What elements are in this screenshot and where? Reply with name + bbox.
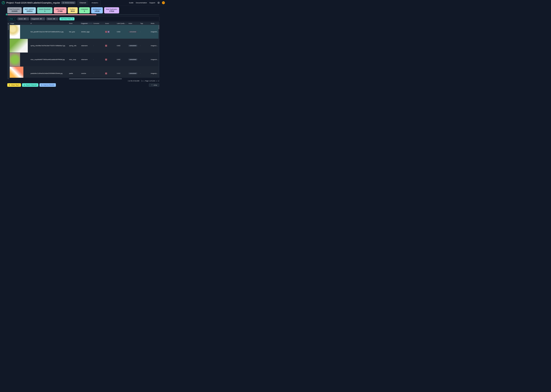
pagination-next[interactable]: ▸ bbox=[156, 80, 157, 82]
tab-cleanset[interactable]: Cleanset bbox=[77, 0, 88, 5]
chevron-down-icon bbox=[42, 18, 44, 20]
stat-label: Ambiguous: bbox=[93, 8, 101, 10]
col-corrected[interactable]: Corrected bbox=[93, 23, 104, 24]
cell-id: paella/8ec21d54a42e2e8a42535569b525b4eb.… bbox=[30, 73, 68, 74]
stats-row: Total Examples: 310009 Well Labeled: 102… bbox=[0, 6, 167, 14]
table-row[interactable]: paella/8ec21d54a42e2e8a42535569b525b4eb.… bbox=[9, 67, 159, 78]
table-header: Image id Given Suggested Corrected Issue… bbox=[9, 22, 159, 25]
stat-issues-resolved[interactable]: Issues Resolved: 1 bbox=[37, 7, 52, 14]
action-badge[interactable]: unresolved bbox=[129, 59, 137, 60]
progress-bar[interactable] bbox=[6, 14, 159, 15]
cell-corrected: - bbox=[93, 73, 104, 74]
clear-filters-button[interactable]: Clear bbox=[8, 17, 16, 20]
avatar[interactable]: CH bbox=[162, 1, 165, 4]
stat-well-labeled[interactable]: Well Labeled: 102914 bbox=[23, 7, 36, 14]
scrollbar-thumb[interactable] bbox=[158, 25, 159, 29]
cell-label-quality-score: 0.002 bbox=[116, 45, 128, 47]
scrollbar-thumb[interactable] bbox=[69, 78, 122, 79]
col-label-quality-score[interactable]: Label Quality S… bbox=[116, 23, 128, 24]
stat-label: Outliers: bbox=[70, 8, 76, 10]
clean-top-k-button[interactable]: Clean Top K bbox=[7, 83, 21, 87]
link-documentation[interactable]: Documentation bbox=[136, 2, 147, 4]
filter-value: All bbox=[40, 18, 42, 20]
stat-near-duplicates[interactable]: Near Duplicates: 17510 bbox=[104, 7, 119, 14]
col-id[interactable]: id bbox=[30, 23, 68, 24]
cell-issues: L bbox=[104, 45, 116, 47]
stat-value: 102914 bbox=[25, 10, 34, 12]
cell-corrected: - bbox=[93, 59, 104, 60]
cell-media: images/spring_ bbox=[150, 45, 159, 47]
table-row[interactable]: spring_rolls/08bc7bd78e16de7761f57c7df8d… bbox=[9, 39, 159, 53]
cell-action: unresolved bbox=[128, 45, 139, 47]
pagination-first[interactable]: ⎮◂ bbox=[141, 80, 143, 82]
main-tabs: Cleanset Analytics bbox=[77, 0, 100, 5]
gear-icon[interactable] bbox=[157, 2, 160, 4]
jump-button[interactable]: Jump bbox=[149, 83, 159, 87]
export-cleanset-button[interactable]: Export Cleanset bbox=[22, 83, 38, 87]
filter-label: Suggested: bbox=[31, 18, 39, 20]
pagination-last[interactable]: ▸⎮ bbox=[158, 80, 159, 82]
stat-label: Issues Resolved: bbox=[39, 8, 51, 10]
filter-issues[interactable]: Issues: All bbox=[46, 17, 58, 20]
table-row[interactable]: miso_soup/6dd46773830ca4461ea9a5c697ff49… bbox=[9, 53, 159, 67]
col-given[interactable]: Given bbox=[68, 23, 80, 24]
link-support[interactable]: Support bbox=[149, 2, 155, 4]
progress-bar-container: 🧹 bbox=[0, 14, 167, 16]
columns-toggle[interactable]: Columns bbox=[7, 22, 9, 79]
stat-label-issues[interactable]: Label Issues: 27488 bbox=[54, 7, 66, 14]
thumbnail[interactable] bbox=[10, 39, 28, 53]
cell-issues: LD bbox=[104, 31, 116, 33]
project-title: Project: Food-101N-Well-Labeled-Examples… bbox=[6, 1, 60, 4]
pagination-prev[interactable]: ◂ bbox=[143, 80, 144, 82]
col-media[interactable]: Media bbox=[150, 23, 159, 24]
cell-image bbox=[9, 39, 30, 53]
issue-badge-L: L bbox=[105, 31, 107, 33]
action-badge[interactable]: unresolved bbox=[129, 45, 137, 47]
thumbnail[interactable] bbox=[10, 53, 20, 66]
vertical-scrollbar[interactable] bbox=[158, 25, 159, 78]
issue-badge-L: L bbox=[105, 45, 107, 47]
stat-outliers[interactable]: Outliers: 8519 bbox=[68, 7, 78, 14]
cell-id: spring_rolls/08bc7bd78e16de7761f57c7df8d… bbox=[30, 45, 68, 47]
table-body: foie_gras/85715a213c74872247c9d6fce62f41… bbox=[9, 25, 159, 78]
progress-handle-icon[interactable]: 🧹 bbox=[6, 14, 8, 15]
chevron-down-icon bbox=[56, 18, 57, 20]
cell-image bbox=[9, 25, 30, 39]
stat-label: Well Labeled: bbox=[25, 8, 34, 10]
thumbnail[interactable] bbox=[10, 25, 20, 39]
col-suggested[interactable]: Suggested bbox=[80, 23, 93, 24]
stat-value: 310009 bbox=[9, 10, 20, 12]
tab-analytics[interactable]: Analytics bbox=[89, 0, 100, 5]
link-guide[interactable]: Guide bbox=[129, 2, 133, 4]
bolt-icon bbox=[9, 84, 10, 86]
col-image[interactable]: Image bbox=[9, 23, 30, 24]
thumbnail[interactable] bbox=[10, 67, 23, 78]
progress-segment-issues bbox=[7, 14, 96, 15]
col-issues[interactable]: Issues bbox=[104, 23, 116, 24]
cell-suggested: deviled_eggs bbox=[80, 31, 93, 33]
stat-unlabeled[interactable]: Unlabeled: 0 bbox=[79, 7, 90, 14]
action-badge[interactable]: unresolved bbox=[129, 31, 137, 33]
cell-id: foie_gras/85715a213c74872247c9d6fce62f41… bbox=[30, 31, 68, 33]
app-logo[interactable] bbox=[2, 1, 5, 4]
improve-results-button[interactable]: Improve Results bbox=[39, 83, 56, 87]
cell-tags: - bbox=[139, 45, 150, 47]
table-row[interactable]: foie_gras/85715a213c74872247c9d6fce62f41… bbox=[9, 25, 159, 39]
stat-label: Label Issues: bbox=[56, 8, 65, 10]
add-new-filter-button[interactable]: Add New Filter bbox=[59, 17, 74, 20]
pagination-page: Page 1 of 6,201 bbox=[145, 80, 155, 82]
filter-given[interactable]: Given: All bbox=[17, 17, 29, 20]
cell-given: spring_rolls bbox=[68, 45, 80, 47]
filter-suggested[interactable]: Suggested: All bbox=[30, 17, 45, 20]
action-badge[interactable]: unresolved bbox=[129, 73, 137, 74]
stat-ambiguous[interactable]: Ambiguous: 13538 bbox=[91, 7, 103, 14]
stat-total-examples[interactable]: Total Examples: 310009 bbox=[7, 7, 22, 14]
filter-value: All bbox=[53, 18, 55, 20]
pagination: 1 to 50 of 310,009 ⎮◂ ◂ Page 1 of 6,201 … bbox=[7, 79, 159, 82]
version-history-button[interactable]: Version history bbox=[61, 1, 75, 4]
horizontal-scrollbar[interactable] bbox=[69, 78, 124, 79]
col-tags[interactable]: Tags bbox=[139, 23, 150, 24]
col-action[interactable]: Action bbox=[128, 23, 139, 24]
cell-suggested: edamame bbox=[80, 45, 93, 47]
cell-tags: - bbox=[139, 59, 150, 60]
